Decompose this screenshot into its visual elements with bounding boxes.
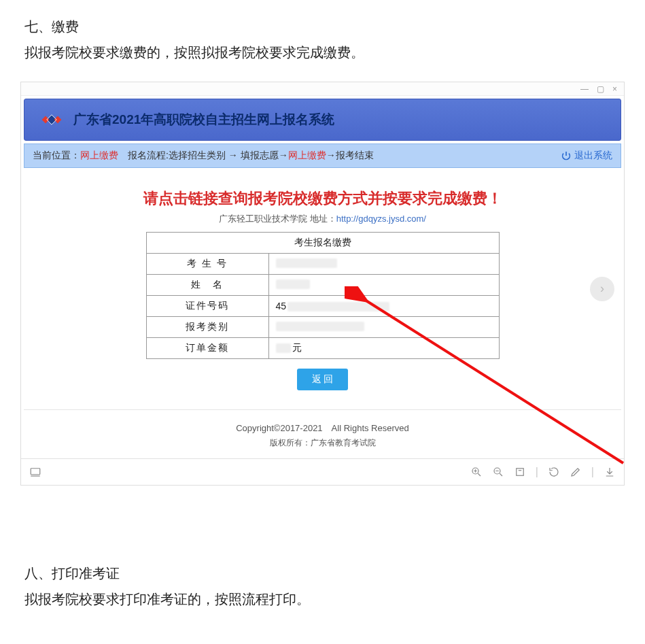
breadcrumb-flow-hl: 网上缴费 (288, 150, 326, 162)
app-title: 广东省2021年高职院校自主招生网上报名系统 (73, 111, 334, 129)
zoom-in-icon[interactable] (470, 466, 483, 478)
table-row: 姓 名 (146, 275, 499, 296)
footer-owner: 版权所有：广东省教育考试院 (24, 437, 621, 449)
desktop-icon[interactable] (29, 466, 41, 478)
row-label: 报考类别 (146, 317, 268, 338)
app-window: — ▢ × 广东省2021年高职院校自主招生网上报名系统 当前位置： 网上缴费 … (20, 82, 625, 486)
edit-icon[interactable] (570, 466, 582, 478)
zoom-out-icon[interactable] (492, 466, 504, 478)
table-row: 证件号码 45 (146, 296, 499, 317)
row-value (268, 317, 499, 338)
window-controls: — ▢ × (21, 82, 624, 96)
section-8-body: 拟报考院校要求打印准考证的，按照流程打印。 (24, 586, 621, 612)
table-row: 订单金额 元 (146, 338, 499, 359)
row-value: 元 (268, 338, 499, 359)
breadcrumb-bar: 当前位置： 网上缴费 报名流程:选择招生类别 → 填报志愿→ 网上缴费 →报考结… (24, 143, 621, 168)
payment-info-table: 考生报名缴费 考 生 号 姓 名 证件号码 45 报考类别 订单金额 元 (146, 232, 500, 359)
sub-notice: 广东轻工职业技术学院 地址：http://gdqyzs.jysd.com/ (21, 213, 624, 225)
chevron-right-icon: › (600, 282, 604, 296)
power-icon (561, 150, 572, 161)
svg-marker-2 (54, 116, 62, 124)
payment-url-link[interactable]: http://gdqyzs.jysd.com/ (336, 214, 426, 224)
svg-marker-1 (42, 116, 50, 124)
viewer-toolbar: | | (21, 458, 624, 485)
section-7-heading: 七、缴费 (24, 14, 621, 39)
row-label: 考 生 号 (146, 254, 268, 275)
logout-label: 退出系统 (574, 150, 612, 162)
row-label: 订单金额 (146, 338, 268, 359)
footer: Copyright©2017-2021 All Rights Reserved … (24, 409, 621, 458)
row-label: 姓 名 (146, 275, 268, 296)
svg-rect-7 (516, 469, 523, 476)
close-icon[interactable]: × (612, 84, 617, 94)
separator: | (536, 466, 538, 478)
main-notice: 请点击链接查询报考院校缴费方式并按要求完成缴费！ (21, 188, 624, 209)
footer-copyright: Copyright©2017-2021 All Rights Reserved (24, 422, 621, 435)
download-icon[interactable] (604, 466, 616, 478)
section-8-heading: 八、打印准考证 (24, 560, 621, 586)
breadcrumb-label: 当前位置： (33, 150, 80, 162)
row-label: 证件号码 (146, 296, 268, 317)
button-row: 返 回 (21, 359, 624, 396)
rotate-icon[interactable] (548, 466, 560, 478)
maximize-icon[interactable]: ▢ (597, 84, 604, 94)
row-value: 45 (268, 296, 499, 317)
breadcrumb-flow-1: 报名流程:选择招生类别 → 填报志愿→ (118, 150, 288, 162)
content-area: 请点击链接查询报考院校缴费方式并按要求完成缴费！ 广东轻工职业技术学院 地址：h… (21, 168, 624, 409)
svg-rect-4 (31, 469, 40, 475)
breadcrumb-current: 网上缴费 (80, 150, 118, 162)
fit-icon[interactable] (514, 466, 526, 478)
section-8: 八、打印准考证 拟报考院校要求打印准考证的，按照流程打印。 (0, 486, 645, 626)
breadcrumb-flow-2: →报考结束 (326, 150, 374, 162)
table-header: 考生报名缴费 (146, 233, 499, 254)
row-value (268, 275, 499, 296)
table-row: 考 生 号 (146, 254, 499, 275)
school-name: 广东轻工职业技术学院 地址： (219, 214, 336, 224)
table-row: 报考类别 (146, 317, 499, 338)
section-7-body: 拟报考院校要求缴费的，按照拟报考院校要求完成缴费。 (24, 39, 621, 65)
section-7: 七、缴费 拟报考院校要求缴费的，按照拟报考院校要求完成缴费。 (0, 0, 645, 72)
app-header: 广东省2021年高职院校自主招生网上报名系统 (24, 99, 621, 141)
next-nav-circle[interactable]: › (590, 277, 614, 301)
row-value (268, 254, 499, 275)
separator: | (591, 466, 594, 478)
return-button[interactable]: 返 回 (297, 369, 349, 390)
logout-link[interactable]: 退出系统 (561, 150, 612, 162)
minimize-icon[interactable]: — (580, 84, 589, 94)
logo-icon (39, 107, 64, 132)
